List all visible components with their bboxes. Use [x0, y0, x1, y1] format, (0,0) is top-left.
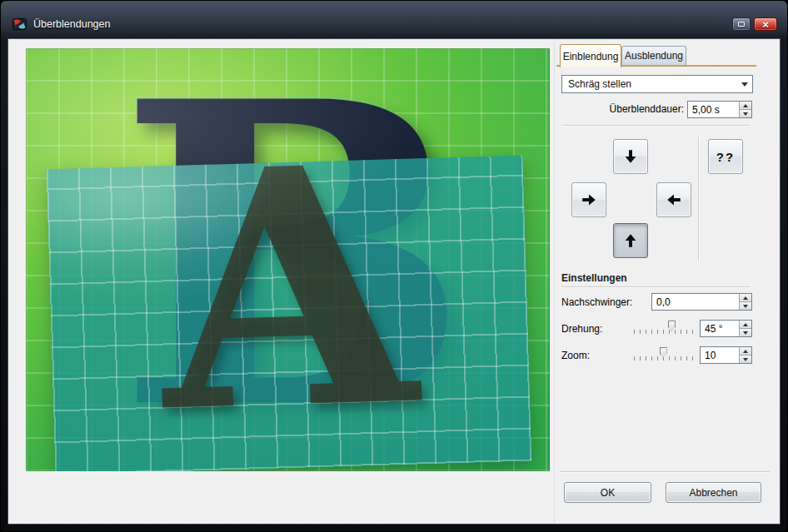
duration-input[interactable]: [688, 102, 739, 117]
duration-spin-down-button[interactable]: [740, 109, 751, 117]
dialog-content: B A Einblendung Ausblendung Schräg stell…: [8, 39, 780, 524]
zoom-spinner: [700, 346, 752, 364]
spin-up-icon: [743, 323, 748, 326]
duration-label: Überblenddauer:: [561, 102, 684, 116]
zoom-label: Zoom:: [561, 349, 590, 362]
titlebar: Überblendungen ×: [1, 1, 787, 39]
duration-spin-up-button[interactable]: [740, 102, 751, 109]
foreground-letter: A: [45, 119, 531, 460]
direction-up-button[interactable]: [613, 223, 648, 258]
window-title: Überblendungen: [33, 18, 110, 30]
drehung-slider[interactable]: [633, 321, 695, 335]
close-icon: ×: [762, 19, 769, 30]
drehung-label: Drehung:: [561, 322, 602, 336]
spin-down-icon: [743, 358, 748, 361]
separator: [561, 286, 750, 287]
drehung-input[interactable]: [701, 321, 739, 336]
separator: [560, 471, 770, 472]
preview-canvas: B A: [26, 48, 550, 471]
restore-button[interactable]: [732, 17, 751, 31]
slider-ticks: [634, 330, 694, 334]
transition-overlay: A: [47, 156, 532, 471]
random-direction-button[interactable]: ??: [708, 139, 743, 174]
drehung-spin-up-button[interactable]: [740, 321, 751, 328]
nachschwinger-spin-down-button[interactable]: [740, 301, 751, 310]
drehung-spinner: [700, 320, 752, 337]
zoom-spin-down-button[interactable]: [740, 355, 751, 363]
tab-ausblendung[interactable]: Ausblendung: [621, 46, 686, 65]
separator: [698, 137, 699, 261]
app-icon: [12, 17, 27, 31]
direction-right-button[interactable]: [571, 182, 606, 217]
question-marks-icon: ??: [716, 150, 735, 164]
zoom-spin-up-button[interactable]: [740, 347, 751, 355]
nachschwinger-label: Nachschwinger:: [561, 296, 632, 309]
settings-heading: Einstellungen: [561, 272, 627, 284]
chevron-down-icon: [737, 76, 752, 92]
nachschwinger-spinner: [651, 293, 752, 311]
direction-down-button[interactable]: [613, 139, 648, 174]
dialog-window: Überblendungen × B A Einblendung Ausblen…: [0, 0, 788, 532]
transition-select[interactable]: Schräg stellen: [561, 75, 753, 93]
spin-up-icon: [743, 350, 748, 353]
spin-up-icon: [743, 104, 748, 107]
drehung-spin-down-button[interactable]: [740, 328, 751, 336]
spin-down-icon: [743, 112, 748, 116]
arrow-down-icon: [621, 147, 640, 166]
spin-down-icon: [743, 305, 748, 308]
separator: [561, 125, 750, 126]
nachschwinger-input[interactable]: [652, 294, 739, 310]
window-controls: ×: [732, 17, 777, 31]
settings-panel: Einblendung Ausblendung Schräg stellen Ü…: [554, 39, 780, 524]
window-restore-icon: [738, 22, 745, 27]
nachschwinger-spin-up-button[interactable]: [740, 294, 751, 301]
spin-up-icon: [743, 296, 748, 300]
close-button[interactable]: ×: [754, 17, 777, 31]
zoom-slider[interactable]: [633, 347, 695, 361]
transition-select-value: Schräg stellen: [568, 78, 631, 90]
arrow-right-icon: [580, 191, 598, 209]
zoom-input[interactable]: [701, 347, 739, 363]
ok-button[interactable]: OK: [564, 482, 651, 503]
arrow-up-icon: [621, 231, 640, 250]
arrow-left-icon: [665, 191, 683, 209]
duration-spinner: [687, 101, 752, 118]
cancel-button[interactable]: Abbrechen: [666, 482, 761, 503]
direction-left-button[interactable]: [656, 182, 691, 217]
tab-einblendung[interactable]: Einblendung: [560, 44, 621, 67]
spin-down-icon: [743, 331, 748, 335]
